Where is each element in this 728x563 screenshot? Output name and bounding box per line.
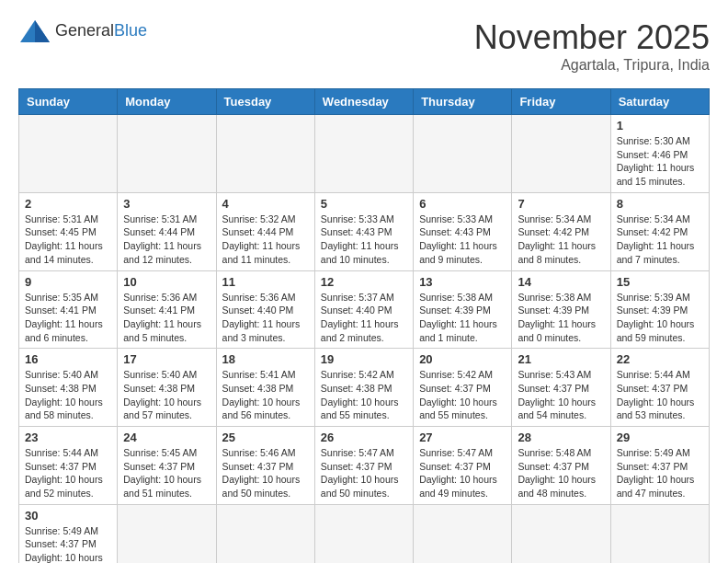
day-cell: [512, 504, 610, 563]
month-title: November 2025: [474, 18, 710, 57]
day-number: 26: [321, 431, 407, 444]
week-row-1: 2Sunrise: 5:31 AM Sunset: 4:45 PM Daylig…: [19, 192, 710, 270]
day-info: Sunrise: 5:43 AM Sunset: 4:37 PM Dayligh…: [518, 368, 604, 422]
day-info: Sunrise: 5:42 AM Sunset: 4:38 PM Dayligh…: [321, 368, 407, 422]
day-cell: 3Sunrise: 5:31 AM Sunset: 4:44 PM Daylig…: [118, 192, 216, 270]
day-number: 21: [518, 352, 604, 366]
week-row-3: 16Sunrise: 5:40 AM Sunset: 4:38 PM Dayli…: [19, 349, 710, 427]
day-cell: 14Sunrise: 5:38 AM Sunset: 4:39 PM Dayli…: [512, 270, 610, 349]
day-cell: 1Sunrise: 5:30 AM Sunset: 4:46 PM Daylig…: [610, 115, 709, 193]
weekday-header-sunday: Sunday: [19, 89, 118, 115]
day-cell: 19Sunrise: 5:42 AM Sunset: 4:38 PM Dayli…: [314, 349, 413, 427]
day-cell: [610, 504, 709, 563]
day-number: 20: [419, 352, 506, 366]
day-number: 4: [222, 197, 309, 211]
day-cell: [216, 115, 314, 193]
day-cell: 17Sunrise: 5:40 AM Sunset: 4:38 PM Dayli…: [118, 349, 216, 427]
weekday-header-wednesday: Wednesday: [314, 89, 413, 115]
day-number: 13: [419, 275, 506, 289]
day-cell: 23Sunrise: 5:44 AM Sunset: 4:37 PM Dayli…: [19, 427, 118, 505]
day-info: Sunrise: 5:44 AM Sunset: 4:37 PM Dayligh…: [25, 446, 111, 500]
day-number: 22: [617, 352, 703, 366]
day-cell: 16Sunrise: 5:40 AM Sunset: 4:38 PM Dayli…: [19, 349, 118, 427]
day-cell: 18Sunrise: 5:41 AM Sunset: 4:38 PM Dayli…: [216, 349, 314, 427]
day-cell: [216, 504, 314, 563]
day-info: Sunrise: 5:31 AM Sunset: 4:44 PM Dayligh…: [123, 213, 210, 267]
day-number: 10: [123, 275, 210, 289]
day-cell: [414, 504, 512, 563]
day-cell: 22Sunrise: 5:44 AM Sunset: 4:37 PM Dayli…: [610, 349, 709, 427]
day-cell: 24Sunrise: 5:45 AM Sunset: 4:37 PM Dayli…: [118, 427, 216, 505]
day-info: Sunrise: 5:36 AM Sunset: 4:40 PM Dayligh…: [222, 291, 309, 345]
day-number: 29: [617, 431, 703, 444]
day-cell: [314, 115, 413, 193]
day-cell: 21Sunrise: 5:43 AM Sunset: 4:37 PM Dayli…: [512, 349, 610, 427]
page-header: GeneralBlue November 2025 Agartala, Trip…: [18, 18, 710, 74]
day-number: 30: [25, 509, 111, 523]
day-number: 9: [25, 275, 111, 289]
title-block: November 2025 Agartala, Tripura, India: [474, 18, 710, 74]
day-info: Sunrise: 5:37 AM Sunset: 4:40 PM Dayligh…: [321, 291, 407, 345]
day-number: 19: [321, 352, 407, 366]
svg-marker-1: [35, 20, 50, 42]
day-cell: 15Sunrise: 5:39 AM Sunset: 4:39 PM Dayli…: [610, 270, 709, 349]
week-row-0: 1Sunrise: 5:30 AM Sunset: 4:46 PM Daylig…: [19, 115, 710, 193]
logo: GeneralBlue: [18, 18, 147, 44]
day-info: Sunrise: 5:38 AM Sunset: 4:39 PM Dayligh…: [419, 291, 506, 345]
day-cell: 5Sunrise: 5:33 AM Sunset: 4:43 PM Daylig…: [314, 192, 413, 270]
day-cell: 11Sunrise: 5:36 AM Sunset: 4:40 PM Dayli…: [216, 270, 314, 349]
weekday-header-friday: Friday: [512, 89, 610, 115]
day-cell: 6Sunrise: 5:33 AM Sunset: 4:43 PM Daylig…: [414, 192, 512, 270]
day-cell: [118, 115, 216, 193]
weekday-header-tuesday: Tuesday: [216, 89, 314, 115]
weekday-header-row: SundayMondayTuesdayWednesdayThursdayFrid…: [19, 89, 710, 115]
day-cell: 20Sunrise: 5:42 AM Sunset: 4:37 PM Dayli…: [414, 349, 512, 427]
day-number: 14: [518, 275, 604, 289]
day-info: Sunrise: 5:38 AM Sunset: 4:39 PM Dayligh…: [518, 291, 604, 345]
day-info: Sunrise: 5:49 AM Sunset: 4:37 PM Dayligh…: [25, 524, 111, 563]
day-info: Sunrise: 5:30 AM Sunset: 4:46 PM Dayligh…: [617, 134, 703, 189]
day-info: Sunrise: 5:34 AM Sunset: 4:42 PM Dayligh…: [518, 213, 604, 267]
day-info: Sunrise: 5:33 AM Sunset: 4:43 PM Dayligh…: [419, 213, 506, 267]
day-cell: 27Sunrise: 5:47 AM Sunset: 4:37 PM Dayli…: [414, 427, 512, 505]
day-info: Sunrise: 5:36 AM Sunset: 4:41 PM Dayligh…: [123, 291, 210, 345]
day-cell: 25Sunrise: 5:46 AM Sunset: 4:37 PM Dayli…: [216, 427, 314, 505]
day-info: Sunrise: 5:40 AM Sunset: 4:38 PM Dayligh…: [123, 368, 210, 422]
day-number: 16: [25, 352, 111, 366]
day-cell: 9Sunrise: 5:35 AM Sunset: 4:41 PM Daylig…: [19, 270, 118, 349]
day-cell: 26Sunrise: 5:47 AM Sunset: 4:37 PM Dayli…: [314, 427, 413, 505]
day-number: 27: [419, 431, 506, 444]
day-cell: 28Sunrise: 5:48 AM Sunset: 4:37 PM Dayli…: [512, 427, 610, 505]
day-number: 6: [419, 197, 506, 211]
week-row-5: 30Sunrise: 5:49 AM Sunset: 4:37 PM Dayli…: [19, 504, 710, 563]
day-info: Sunrise: 5:47 AM Sunset: 4:37 PM Dayligh…: [419, 446, 506, 500]
day-cell: [512, 115, 610, 193]
day-cell: 2Sunrise: 5:31 AM Sunset: 4:45 PM Daylig…: [19, 192, 118, 270]
day-cell: [118, 504, 216, 563]
day-info: Sunrise: 5:42 AM Sunset: 4:37 PM Dayligh…: [419, 368, 506, 422]
day-number: 15: [617, 275, 703, 289]
day-info: Sunrise: 5:47 AM Sunset: 4:37 PM Dayligh…: [321, 446, 407, 500]
weekday-header-thursday: Thursday: [414, 89, 512, 115]
day-cell: 4Sunrise: 5:32 AM Sunset: 4:44 PM Daylig…: [216, 192, 314, 270]
day-info: Sunrise: 5:31 AM Sunset: 4:45 PM Dayligh…: [25, 213, 111, 267]
day-number: 28: [518, 431, 604, 444]
day-cell: [414, 115, 512, 193]
calendar: SundayMondayTuesdayWednesdayThursdayFrid…: [18, 88, 710, 563]
day-info: Sunrise: 5:40 AM Sunset: 4:38 PM Dayligh…: [25, 368, 111, 422]
week-row-4: 23Sunrise: 5:44 AM Sunset: 4:37 PM Dayli…: [19, 427, 710, 505]
day-cell: [314, 504, 413, 563]
day-cell: 30Sunrise: 5:49 AM Sunset: 4:37 PM Dayli…: [19, 504, 118, 563]
day-info: Sunrise: 5:41 AM Sunset: 4:38 PM Dayligh…: [222, 368, 309, 422]
weekday-header-monday: Monday: [118, 89, 216, 115]
weekday-header-saturday: Saturday: [610, 89, 709, 115]
day-info: Sunrise: 5:48 AM Sunset: 4:37 PM Dayligh…: [518, 446, 604, 500]
day-number: 5: [321, 197, 407, 211]
day-number: 23: [25, 431, 111, 444]
day-number: 24: [123, 431, 210, 444]
day-number: 7: [518, 197, 604, 211]
day-info: Sunrise: 5:49 AM Sunset: 4:37 PM Dayligh…: [617, 446, 703, 500]
day-cell: 8Sunrise: 5:34 AM Sunset: 4:42 PM Daylig…: [610, 192, 709, 270]
day-cell: [19, 115, 118, 193]
day-cell: 12Sunrise: 5:37 AM Sunset: 4:40 PM Dayli…: [314, 270, 413, 349]
